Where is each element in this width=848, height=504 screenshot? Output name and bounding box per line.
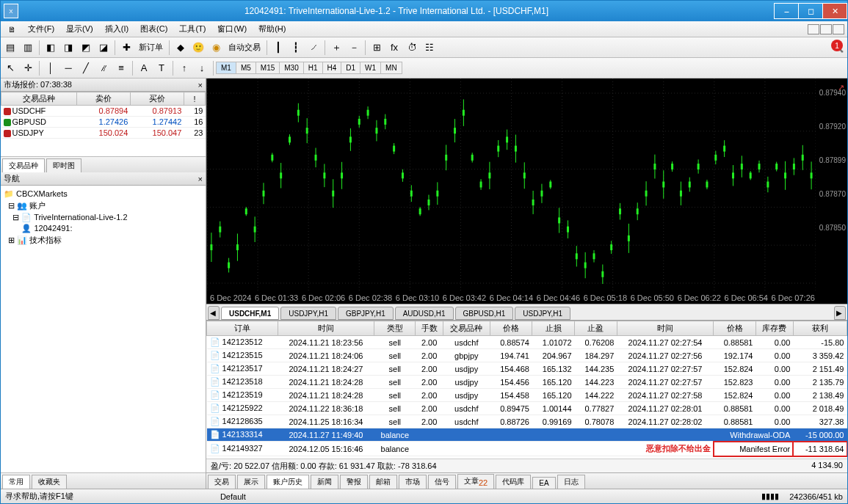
chart-tab[interactable]: USDCHF,M1 [221, 307, 279, 320]
order-col[interactable]: 止盈 [575, 321, 617, 336]
bottom-tab[interactable]: 邮箱 [369, 475, 397, 489]
terminal-icon[interactable]: ◩ [78, 40, 94, 56]
zoom-in-icon[interactable]: ＋ [328, 40, 344, 56]
order-row[interactable]: 📄 1421259222024.11.22 18:36:18sell2.00us… [207, 402, 847, 415]
mdi-close[interactable] [833, 24, 844, 34]
nav-tab[interactable]: 收藏夹 [32, 475, 67, 489]
chart-tab[interactable]: USDJPY,H1 [280, 307, 336, 320]
channel-icon[interactable]: ⫽ [95, 60, 112, 76]
close-button[interactable] [822, 3, 847, 19]
bottom-tab[interactable]: 交易 [208, 475, 236, 489]
new-chart-icon[interactable]: ▤ [2, 40, 18, 56]
templates-icon[interactable]: ☷ [421, 40, 438, 56]
order-row[interactable]: 📄 1421493272024.12.05 15:16:46balance恶意扣… [207, 442, 847, 456]
order-row[interactable]: 📄 1421286352024.11.25 18:16:34sell2.00us… [207, 415, 847, 428]
zoom-out-icon[interactable]: － [346, 40, 362, 56]
menu-item[interactable]: 窗口(W) [211, 22, 253, 36]
arrow-up-icon[interactable]: ↑ [176, 60, 192, 76]
bottom-tab[interactable]: EA [532, 477, 555, 489]
mw-col[interactable]: 卖价 [76, 92, 130, 106]
order-col[interactable]: 手数 [416, 321, 443, 336]
bottom-tab[interactable]: 警报 [340, 475, 368, 489]
text-icon[interactable]: A [136, 60, 152, 76]
order-col[interactable]: 止损 [532, 321, 575, 336]
vline-icon[interactable]: │ [43, 60, 59, 76]
order-col[interactable]: 订单 [207, 321, 278, 336]
market-watch-close-icon[interactable]: × [198, 81, 203, 90]
tester-icon[interactable]: ◪ [95, 40, 112, 56]
line-icon[interactable]: ⟋ [305, 40, 322, 56]
profiles-icon[interactable]: ▥ [20, 40, 36, 56]
app-menu-icon[interactable]: 🗎 [2, 23, 22, 35]
tf-M30[interactable]: M30 [279, 62, 303, 74]
new-order-button[interactable]: 新订单 [136, 42, 166, 53]
autotrade-button[interactable]: 自动交易 [225, 42, 264, 53]
mw-col[interactable]: ! [184, 92, 205, 106]
menu-item[interactable]: 插入(I) [99, 22, 134, 36]
new-order-icon[interactable]: ✚ [118, 40, 134, 56]
signals-icon[interactable]: ◉ [208, 40, 224, 56]
minimize-button[interactable] [774, 3, 799, 19]
arrow-down-icon[interactable]: ↓ [194, 60, 210, 76]
price-chart[interactable]: ✕110网 ✕110网 ▼ USDCHF,M1 0.87902 0.87902 … [206, 78, 847, 304]
nav-item[interactable]: ⊞ 📊 技术指标 [4, 234, 203, 246]
tf-M15[interactable]: M15 [256, 62, 280, 74]
menu-item[interactable]: 文件(F) [22, 22, 60, 36]
order-col[interactable]: 价格 [490, 321, 532, 336]
mdi-max[interactable] [820, 24, 832, 34]
nav-item[interactable]: ⊟ 📄 TriveInternational-Live-1.2 [4, 212, 203, 223]
tf-M1[interactable]: M1 [216, 62, 236, 74]
bottom-tab[interactable]: 日志 [557, 475, 585, 489]
nav-item[interactable]: 📁 CBCXMarkets [4, 189, 203, 200]
order-row[interactable]: 📄 1421333142024.11.27 11:49:40balanceWit… [207, 428, 847, 442]
trendline-icon[interactable]: ╱ [78, 60, 94, 76]
order-col[interactable]: 交易品种 [443, 321, 490, 336]
bottom-tab[interactable]: 文章22 [457, 474, 494, 489]
crosshair-icon[interactable]: ✛ [20, 60, 36, 76]
maximize-button[interactable] [798, 3, 823, 19]
chart-tab[interactable]: AUDUSD,H1 [395, 307, 454, 320]
orders-table[interactable]: 订单时间类型手数交易品种价格止损止盈时间价格库存费获利📄 14212351220… [206, 321, 847, 459]
mw-row[interactable]: USDCHF0.878940.8791319 [1, 106, 206, 117]
label-icon[interactable]: T [153, 60, 170, 76]
mw-tab[interactable]: 交易品种 [2, 158, 45, 172]
order-col[interactable]: 获利 [793, 321, 847, 336]
menu-item[interactable]: 图表(C) [134, 22, 173, 36]
order-row[interactable]: 📄 1421235152024.11.21 18:24:06sell2.00gb… [207, 349, 847, 362]
tf-H4[interactable]: H4 [322, 62, 342, 74]
bottom-tab[interactable]: 展示 [237, 475, 265, 489]
bottom-tab[interactable]: 代码库 [496, 475, 531, 489]
chart-tab[interactable]: GBPJPY,H1 [338, 307, 394, 320]
mw-col[interactable]: 交易品种 [1, 92, 77, 106]
chart-tab[interactable]: USDJPY,H1 [515, 307, 570, 320]
tile-icon[interactable]: ⊞ [369, 40, 385, 56]
market-watch-icon[interactable]: ◧ [43, 40, 59, 56]
order-row[interactable]: 📄 1421235192024.11.21 18:24:28sell2.00us… [207, 389, 847, 402]
bottom-tab[interactable]: 账户历史 [267, 475, 309, 489]
mw-col[interactable]: 买价 [130, 92, 184, 106]
nav-tab[interactable]: 常用 [2, 475, 30, 489]
tf-MN[interactable]: MN [380, 62, 402, 74]
menu-item[interactable]: 显示(V) [60, 22, 99, 36]
hline-icon[interactable]: ─ [60, 60, 76, 76]
bottom-tab[interactable]: 新闻 [311, 475, 338, 489]
order-col[interactable]: 时间 [617, 321, 714, 336]
periods-icon[interactable]: ⏱ [404, 40, 420, 56]
menu-item[interactable]: 帮助(H) [253, 22, 291, 36]
order-row[interactable]: 📄 1421235122024.11.21 18:23:56sell2.00us… [207, 336, 847, 349]
tf-W1[interactable]: W1 [360, 62, 381, 74]
chart-tab-next-icon[interactable]: ▶ [834, 306, 846, 320]
alert-badge[interactable]: 1 [831, 40, 843, 51]
expert-icon[interactable]: 🙂 [190, 40, 206, 56]
order-row[interactable]: 📄 1421235172024.11.21 18:24:27sell2.00us… [207, 362, 847, 376]
tf-D1[interactable]: D1 [341, 62, 360, 74]
mw-row[interactable]: GBPUSD1.274261.2744216 [1, 117, 206, 128]
navigator-tree[interactable]: 📁 CBCXMarkets ⊟ 👥 账户 ⊟ 📄 TriveInternatio… [1, 186, 206, 472]
chart-tab-prev-icon[interactable]: ◀ [208, 306, 220, 320]
fibo-icon[interactable]: ≡ [113, 60, 129, 76]
navigator-close-icon[interactable]: × [198, 175, 203, 183]
navigator-icon[interactable]: ◨ [60, 40, 76, 56]
order-col[interactable]: 价格 [714, 321, 756, 336]
indicators-icon[interactable]: fx [386, 40, 402, 56]
nav-item[interactable]: 👤 12042491: [4, 223, 203, 234]
